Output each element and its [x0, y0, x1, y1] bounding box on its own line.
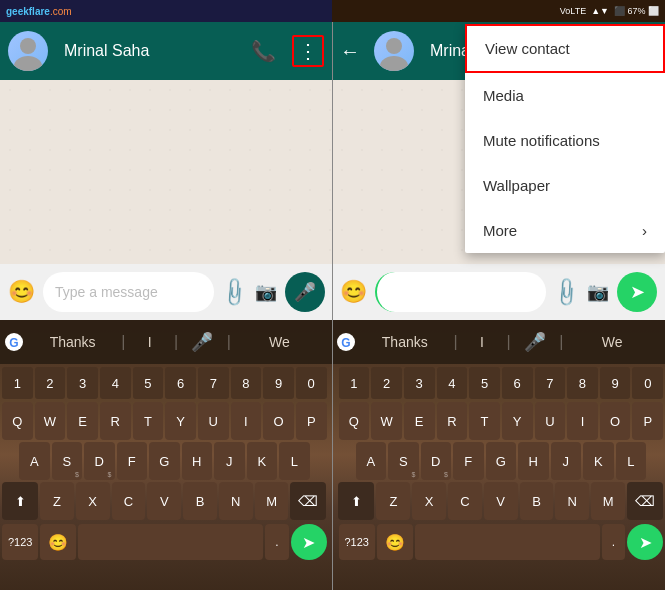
- key-1[interactable]: 1: [2, 367, 33, 399]
- key-a[interactable]: A: [19, 442, 50, 480]
- delete-key-right[interactable]: ⌫: [627, 482, 663, 520]
- key-5[interactable]: 5: [133, 367, 164, 399]
- send-key-left[interactable]: ➤: [291, 524, 327, 560]
- key-t[interactable]: T: [133, 402, 164, 440]
- key-v-r[interactable]: V: [484, 482, 518, 520]
- delete-key-left[interactable]: ⌫: [290, 482, 326, 520]
- key-e[interactable]: E: [67, 402, 98, 440]
- key-t-r[interactable]: T: [469, 402, 500, 440]
- key-7-r[interactable]: 7: [535, 367, 566, 399]
- suggestion-thanks-left[interactable]: Thanks: [24, 334, 121, 350]
- right-send-button[interactable]: ➤: [617, 272, 657, 312]
- key-g-r[interactable]: G: [486, 442, 517, 480]
- key-z[interactable]: Z: [40, 482, 74, 520]
- key-8[interactable]: 8: [231, 367, 262, 399]
- key-o-r[interactable]: O: [600, 402, 631, 440]
- key-8-r[interactable]: 8: [567, 367, 598, 399]
- key-e-r[interactable]: E: [404, 402, 435, 440]
- mic-suggestion-right[interactable]: 🎤: [511, 331, 560, 353]
- shift-key-right[interactable]: ⬆: [338, 482, 374, 520]
- left-mic-button[interactable]: 🎤: [285, 272, 325, 312]
- key-z-r[interactable]: Z: [376, 482, 410, 520]
- key-s[interactable]: S$: [52, 442, 83, 480]
- key-7[interactable]: 7: [198, 367, 229, 399]
- key-n-r[interactable]: N: [555, 482, 589, 520]
- key-k-r[interactable]: K: [583, 442, 614, 480]
- suggestion-thanks-right[interactable]: Thanks: [356, 334, 454, 350]
- right-attach-button[interactable]: 📎: [549, 275, 584, 310]
- key-j-r[interactable]: J: [551, 442, 582, 480]
- key-4-r[interactable]: 4: [437, 367, 468, 399]
- key-3-r[interactable]: 3: [404, 367, 435, 399]
- key-w-r[interactable]: W: [371, 402, 402, 440]
- key-0-r[interactable]: 0: [632, 367, 663, 399]
- key-x[interactable]: X: [76, 482, 110, 520]
- key-c[interactable]: C: [112, 482, 146, 520]
- dropdown-mute-notifications[interactable]: Mute notifications: [465, 118, 665, 163]
- more-options-button[interactable]: ⋮: [292, 35, 324, 67]
- key-m[interactable]: M: [255, 482, 289, 520]
- suggestion-we-right[interactable]: We: [563, 334, 661, 350]
- key-b-r[interactable]: B: [520, 482, 554, 520]
- key-v[interactable]: V: [147, 482, 181, 520]
- key-5-r[interactable]: 5: [469, 367, 500, 399]
- space-key-right[interactable]: [415, 524, 600, 560]
- key-h-r[interactable]: H: [518, 442, 549, 480]
- contact-avatar[interactable]: [8, 31, 48, 71]
- key-1-r[interactable]: 1: [339, 367, 370, 399]
- dropdown-more[interactable]: More ›: [465, 208, 665, 253]
- key-r-r[interactable]: R: [437, 402, 468, 440]
- key-q-r[interactable]: Q: [339, 402, 370, 440]
- key-m-r[interactable]: M: [591, 482, 625, 520]
- key-6[interactable]: 6: [165, 367, 196, 399]
- left-emoji-button[interactable]: 😊: [8, 279, 35, 305]
- period-key-right[interactable]: .: [602, 524, 625, 560]
- suggestion-we-left[interactable]: We: [231, 334, 328, 350]
- key-d[interactable]: D$: [84, 442, 115, 480]
- key-l-r[interactable]: L: [616, 442, 647, 480]
- key-4[interactable]: 4: [100, 367, 131, 399]
- key-2[interactable]: 2: [35, 367, 66, 399]
- right-camera-button[interactable]: 📷: [587, 281, 609, 303]
- key-6-r[interactable]: 6: [502, 367, 533, 399]
- key-r[interactable]: R: [100, 402, 131, 440]
- key-j[interactable]: J: [214, 442, 245, 480]
- key-p[interactable]: P: [296, 402, 327, 440]
- key-i[interactable]: I: [231, 402, 262, 440]
- emoji-key-right[interactable]: 😊: [377, 524, 413, 560]
- key-y-r[interactable]: Y: [502, 402, 533, 440]
- key-f-r[interactable]: F: [453, 442, 484, 480]
- key-s-r[interactable]: S$: [388, 442, 419, 480]
- key-9-r[interactable]: 9: [600, 367, 631, 399]
- right-contact-avatar[interactable]: [374, 31, 414, 71]
- right-message-input[interactable]: [375, 272, 546, 312]
- key-q[interactable]: Q: [2, 402, 33, 440]
- key-f[interactable]: F: [117, 442, 148, 480]
- shift-key-left[interactable]: ⬆: [2, 482, 38, 520]
- emoji-key-left[interactable]: 😊: [40, 524, 76, 560]
- key-k[interactable]: K: [247, 442, 278, 480]
- dropdown-media[interactable]: Media: [465, 73, 665, 118]
- left-message-input[interactable]: Type a message: [43, 272, 214, 312]
- left-camera-button[interactable]: 📷: [255, 281, 277, 303]
- key-g[interactable]: G: [149, 442, 180, 480]
- suggestion-i-left[interactable]: I: [125, 334, 174, 350]
- key-b[interactable]: B: [183, 482, 217, 520]
- mic-suggestion-left[interactable]: 🎤: [178, 331, 227, 353]
- key-o[interactable]: O: [263, 402, 294, 440]
- key-n[interactable]: N: [219, 482, 253, 520]
- back-button[interactable]: ←: [340, 40, 360, 63]
- right-emoji-button[interactable]: 😊: [340, 279, 367, 305]
- phone-icon[interactable]: 📞: [251, 39, 276, 63]
- numeric-key-right[interactable]: ?123: [339, 524, 375, 560]
- left-attach-button[interactable]: 📎: [217, 275, 252, 310]
- key-p-r[interactable]: P: [632, 402, 663, 440]
- suggestion-i-right[interactable]: I: [458, 334, 507, 350]
- key-0[interactable]: 0: [296, 367, 327, 399]
- key-u[interactable]: U: [198, 402, 229, 440]
- key-l[interactable]: L: [279, 442, 310, 480]
- send-key-right[interactable]: ➤: [627, 524, 663, 560]
- key-w[interactable]: W: [35, 402, 66, 440]
- space-key-left[interactable]: [78, 524, 263, 560]
- key-9[interactable]: 9: [263, 367, 294, 399]
